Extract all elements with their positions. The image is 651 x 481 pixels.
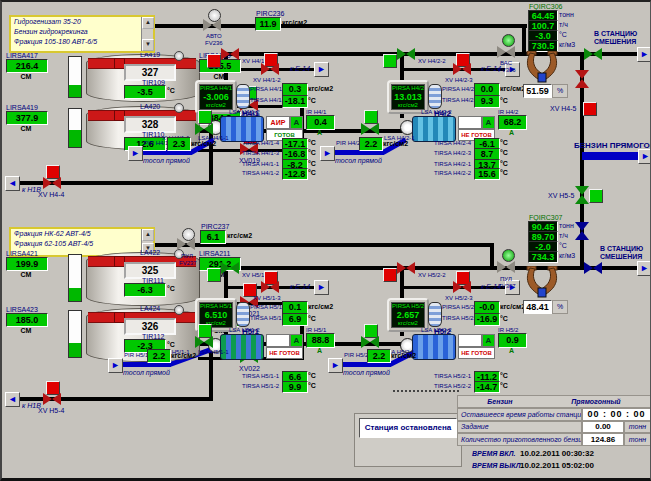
pump-n51-mode-box[interactable] — [266, 334, 290, 347]
fv236-valve[interactable] — [203, 19, 221, 32]
to-e14-n51-label: к Е-14 — [290, 283, 310, 291]
tirsa-n51-1-unit: °C — [308, 372, 316, 380]
pump-n52[interactable] — [412, 334, 456, 360]
tank326-level-left: 185.0 — [6, 313, 48, 327]
fv237-valve[interactable] — [177, 238, 195, 251]
xv-n42-3-valve[interactable] — [453, 63, 471, 76]
to-e14-n41-arrow[interactable]: ► — [314, 62, 329, 77]
hand-valve-top-icon[interactable] — [575, 70, 589, 88]
table-row1-value: 00 : 00 : 00 — [582, 408, 651, 421]
xv-n51-1-valve[interactable] — [195, 336, 213, 349]
xv-n42-1-valve[interactable] — [361, 123, 379, 136]
pump-n51[interactable] — [220, 334, 264, 360]
table-row2-unit: тонн — [624, 421, 651, 433]
to-e14-n51-arrow[interactable]: ► — [314, 280, 329, 295]
coolant-n41-label: тосол прямой — [143, 157, 190, 165]
pipe-discharge-top — [226, 52, 638, 56]
coolant-n51-arrow[interactable]: ► — [108, 358, 123, 373]
tank328-level-bar — [68, 108, 82, 148]
xv-n5-4-label: XV Н5-4 — [38, 407, 64, 415]
coolant-n42-arrow[interactable]: ► — [320, 146, 335, 161]
xv-n51-3-valve[interactable] — [261, 281, 279, 294]
table-row2-value: 0.00 — [582, 421, 624, 433]
xv-n52-3-valve[interactable] — [453, 281, 471, 294]
tank326-lamp-tag: LA424 — [140, 305, 160, 313]
pump-n52-mode-box[interactable] — [458, 334, 482, 347]
fqirc307-control-claw[interactable] — [521, 266, 563, 298]
xv-n52-2-status — [383, 268, 397, 282]
coolant-n52-arrow[interactable]: ► — [328, 358, 343, 373]
fv307-tag: FV307 — [498, 283, 516, 290]
pump-n52-ready: НЕ ГОТОВ — [458, 347, 495, 359]
to-mixing-top-arrow[interactable]: ► — [637, 47, 651, 62]
tank326-temp-unit: °C — [167, 341, 175, 349]
product-info-box-top[interactable]: Гидрогенизат 35-20 Бензин гидрокрекинга … — [9, 15, 155, 53]
scroll-down-button[interactable]: ▼ — [142, 39, 154, 51]
station-status-box: Станция остановлена — [359, 418, 457, 438]
station-status-text: Станция остановлена — [360, 419, 456, 437]
tirsa-n42-2-value: 15.6 — [474, 168, 500, 180]
benzin-line-arrow[interactable]: ► — [638, 149, 651, 164]
to-mixing-bottom-label1: В СТАНЦИЮ — [600, 245, 643, 253]
table-header: Бензин Прямогонный — [457, 395, 651, 408]
xv-n52-2-valve[interactable] — [397, 262, 415, 275]
tirsa-n42-5-value: 9.3 — [474, 95, 500, 108]
info-bottom-line2: Фракция 62-105 АВТ-4/5 — [11, 239, 153, 249]
tank325-level-bar — [68, 254, 82, 302]
table-row3-label: Количество приготовленного бензина — [457, 433, 582, 446]
xv-n41-2-valve[interactable] — [261, 63, 279, 76]
tank328-lamp-tag: LA420 — [140, 103, 160, 111]
hand-valve-mid-icon[interactable] — [575, 222, 589, 240]
to-n1v-top-arrow[interactable]: ◄ — [5, 176, 20, 191]
xv-n41-3-valve[interactable] — [221, 48, 239, 61]
xv-n51-2-status — [207, 268, 221, 282]
tank328-level-left: 377.9 — [6, 111, 48, 125]
pump-n41-mode-box[interactable]: АИР — [266, 116, 290, 129]
xv-n5-4-valve[interactable] — [43, 393, 61, 406]
fv306-tag: FV306 — [498, 67, 516, 74]
to-mixing-bottom-arrow[interactable]: ► — [637, 261, 651, 276]
pump-n42[interactable] — [412, 116, 456, 142]
pirc236-unit: кгс/см2 — [282, 19, 307, 27]
pir-n42-5-unit: кгс/см2 — [383, 140, 408, 148]
tirsa-n41-4-tag: TIRSA Н4/1-4 — [242, 140, 279, 147]
fv236-mode: АВТО — [206, 33, 222, 40]
table-row2-label: Задание — [457, 421, 582, 433]
tank328-level-unit-left: СМ — [6, 125, 46, 133]
mixing-bottom-valve[interactable] — [584, 262, 602, 275]
fv307-valve[interactable] — [497, 261, 515, 274]
xv-n52-1-valve[interactable] — [361, 336, 379, 349]
info-bottom-line1: Фракция НК-62 АВТ-4/5 — [11, 229, 153, 239]
xv-n42-2-valve[interactable] — [397, 48, 415, 61]
pirsa-n42-unit: кгс/см2 — [392, 102, 424, 109]
to-n1v-bottom-arrow[interactable]: ◄ — [5, 392, 20, 407]
fqirc306-temp-unit: °C — [559, 31, 567, 39]
station-status-panel: Станция остановлена — [354, 413, 462, 467]
tank327-temp: -3.5 — [124, 85, 166, 99]
pirsa-n41-tag: PIRSA Н4/1-2 — [200, 85, 232, 92]
ir-n41-value: 0.4 — [306, 115, 335, 130]
fqirc307-percent-unit: % — [552, 300, 568, 314]
pump-n42-mode-box[interactable] — [458, 116, 482, 129]
xv-n42-1-status — [364, 110, 378, 124]
pirc237-unit: кгс/см2 — [227, 232, 252, 240]
fqirc306-control-claw[interactable] — [521, 51, 563, 83]
tank325-level-left: 199.9 — [6, 257, 48, 271]
tank327-level-bar — [68, 56, 82, 98]
info-top-line3: Фракция 105-180 АВТ-6/5 — [11, 37, 153, 47]
tirsa-n42-3-tag: TIRSA Н4/2-3 — [434, 150, 471, 157]
fqirc307-dens: 734.3 — [528, 251, 558, 263]
fv306-valve[interactable] — [497, 46, 515, 59]
benzin-line — [582, 152, 638, 160]
scroll-up-button[interactable]: ▲ — [142, 229, 154, 241]
xv-n51-2-valve[interactable] — [221, 262, 239, 275]
pirc237-value: 6.1 — [200, 230, 226, 244]
xv-n5-5-valve[interactable] — [575, 186, 589, 204]
coolant-n41-arrow[interactable]: ► — [128, 146, 143, 161]
lsa-n42-2-column-icon — [428, 84, 442, 109]
mixing-top-valve[interactable] — [584, 48, 602, 61]
time-on-label: ВРЕМЯ ВКЛ. — [472, 450, 515, 458]
scroll-up-button[interactable]: ▲ — [142, 17, 154, 29]
tirsa-n42-2-tag: TIRSA Н4/2-2 — [434, 170, 471, 177]
xv-n4-4-valve[interactable] — [43, 177, 61, 190]
